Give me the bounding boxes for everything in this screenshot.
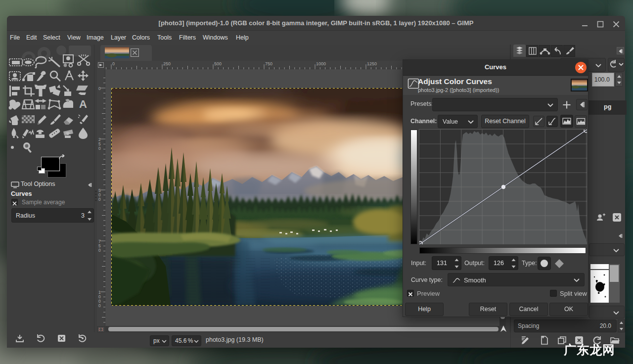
svg-text:0: 0 — [98, 248, 101, 253]
svg-text:500: 500 — [214, 61, 222, 66]
svg-text:1250: 1250 — [367, 61, 377, 66]
svg-text:1000: 1000 — [316, 61, 326, 66]
svg-text:0: 0 — [98, 303, 101, 308]
svg-text:0: 0 — [98, 146, 101, 151]
svg-text:A: A — [79, 98, 87, 110]
svg-text:750: 750 — [265, 61, 272, 66]
svg-text:0: 0 — [98, 86, 101, 91]
svg-text:250: 250 — [163, 61, 171, 66]
svg-text:0: 0 — [112, 61, 115, 66]
svg-text:0: 0 — [98, 197, 101, 202]
